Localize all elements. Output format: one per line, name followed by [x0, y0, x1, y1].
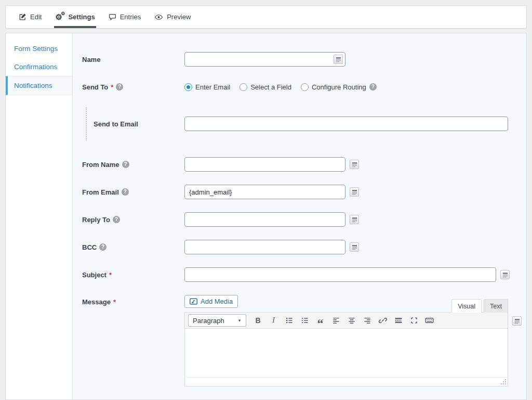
from-email-input[interactable] — [184, 185, 345, 199]
send-to-email-subsection: Send to Email — [86, 107, 517, 140]
send-to-email-label: Send to Email — [94, 120, 138, 128]
required-marker: * — [109, 271, 112, 279]
merge-tag-icon[interactable] — [350, 187, 359, 197]
send-to-label: Send To — [82, 83, 108, 91]
message-editor: Add Media Visual Text Paragraph ▼ B — [184, 295, 508, 386]
bold-icon[interactable]: B — [251, 314, 265, 327]
align-left-icon[interactable] — [329, 314, 343, 327]
tab-edit[interactable]: Edit — [12, 6, 48, 28]
tab-preview-label: Preview — [167, 13, 191, 21]
radio-dot — [184, 83, 192, 91]
subject-row: Subject * — [82, 267, 517, 282]
settings-sidebar: Form Settings Confirmations Notification… — [6, 33, 73, 399]
editor-mode-tabs: Visual Text — [451, 299, 508, 312]
help-icon[interactable]: ? — [122, 188, 129, 196]
name-input[interactable] — [184, 52, 345, 67]
fullscreen-icon[interactable] — [407, 314, 421, 327]
bcc-row: BCC ? — [82, 240, 517, 254]
tab-settings-label: Settings — [68, 13, 95, 21]
tab-edit-label: Edit — [30, 13, 42, 21]
keyboard-shortcuts-icon[interactable] — [422, 314, 436, 327]
name-row: Name — [82, 52, 517, 67]
merge-tag-icon[interactable] — [500, 270, 510, 279]
numbered-list-icon[interactable] — [298, 314, 312, 327]
add-media-button[interactable]: Add Media — [184, 295, 238, 308]
blockquote-icon[interactable]: “ — [313, 314, 327, 327]
help-icon[interactable]: ? — [369, 83, 377, 91]
from-name-input[interactable] — [184, 157, 345, 172]
radio-configure-routing[interactable]: Configure Routing ? — [301, 83, 377, 91]
entries-icon — [109, 13, 116, 21]
media-icon — [190, 298, 197, 305]
send-to-email-input[interactable] — [184, 117, 508, 131]
help-icon[interactable]: ? — [116, 83, 123, 91]
radio-dot — [240, 83, 247, 91]
insert-read-more-tag-icon[interactable] — [391, 314, 405, 327]
settings-panel: Form Settings Confirmations Notification… — [5, 33, 527, 400]
form-toolbar: Edit ⚙ ⚙ Settings Entries Preview — [5, 5, 527, 29]
radio-enter-email[interactable]: Enter Email — [184, 83, 230, 91]
editor-status-bar — [185, 377, 508, 386]
send-to-row: Send To * ? Enter Email Select a Field C… — [82, 80, 517, 94]
sidebar-item-confirmations[interactable]: Confirmations — [6, 58, 72, 76]
settings-icon: ⚙ ⚙ — [55, 13, 64, 21]
align-right-icon[interactable] — [360, 314, 374, 327]
radio-select-a-field[interactable]: Select a Field — [240, 83, 291, 91]
merge-tag-icon[interactable] — [512, 316, 522, 326]
sidebar-item-notifications[interactable]: Notifications — [6, 76, 72, 95]
chevron-down-icon: ▼ — [237, 318, 242, 323]
reply-to-row: Reply To ? — [82, 212, 517, 227]
reply-to-label: Reply To — [82, 216, 110, 224]
tab-settings[interactable]: ⚙ ⚙ Settings — [48, 6, 101, 28]
required-marker: * — [111, 83, 113, 91]
help-icon[interactable]: ? — [122, 161, 129, 168]
merge-tag-icon[interactable] — [350, 242, 359, 252]
message-body-input[interactable] — [185, 329, 508, 377]
tab-text[interactable]: Text — [484, 299, 508, 313]
tab-visual[interactable]: Visual — [451, 299, 482, 313]
from-name-row: From Name ? — [82, 157, 517, 172]
tab-preview[interactable]: Preview — [148, 6, 197, 28]
merge-tag-icon[interactable] — [350, 160, 359, 169]
preview-icon — [154, 14, 163, 21]
send-to-radio-group: Enter Email Select a Field Configure Rou… — [184, 83, 377, 91]
link-icon[interactable] — [376, 314, 390, 327]
radio-dot — [301, 83, 309, 91]
merge-tag-icon[interactable] — [350, 215, 359, 224]
name-label: Name — [82, 56, 100, 63]
editor-toolbar: Paragraph ▼ B I — [185, 313, 508, 329]
subject-input[interactable] — [184, 267, 496, 282]
resize-handle[interactable] — [501, 379, 507, 385]
paragraph-format-select[interactable]: Paragraph ▼ — [188, 314, 246, 327]
bcc-input[interactable] — [184, 240, 345, 254]
tab-entries-label: Entries — [120, 13, 141, 21]
from-name-label: From Name — [82, 161, 119, 169]
message-label: Message — [82, 298, 111, 306]
notification-settings-form: Name Send To * ? — [73, 33, 526, 399]
reply-to-input[interactable] — [184, 212, 345, 227]
align-center-icon[interactable] — [344, 314, 358, 327]
sidebar-item-form-settings[interactable]: Form Settings — [6, 40, 72, 58]
help-icon[interactable]: ? — [113, 216, 120, 223]
edit-icon — [19, 13, 26, 21]
italic-icon[interactable]: I — [267, 314, 281, 327]
required-marker: * — [113, 298, 116, 306]
from-email-label: From Email — [82, 188, 119, 196]
merge-tag-icon[interactable] — [334, 55, 343, 64]
from-email-row: From Email ? — [82, 185, 517, 199]
bulleted-list-icon[interactable] — [282, 314, 296, 327]
tab-entries[interactable]: Entries — [102, 6, 148, 28]
subject-label: Subject — [82, 271, 107, 279]
bcc-label: BCC — [82, 243, 97, 251]
help-icon[interactable]: ? — [99, 243, 107, 251]
message-row: Message * Add Media — [82, 295, 517, 386]
